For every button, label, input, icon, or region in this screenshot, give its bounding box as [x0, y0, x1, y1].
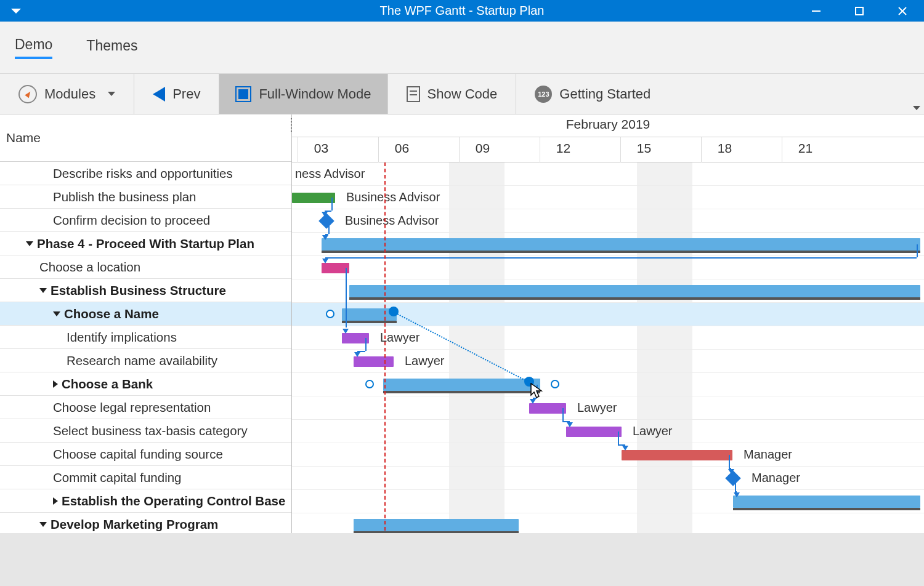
task-name: Identify implications — [67, 330, 177, 345]
gantt-row[interactable] — [292, 467, 924, 490]
summary-bar[interactable] — [733, 496, 920, 508]
task-row[interactable]: Develop Marketing Program — [0, 513, 291, 533]
link-handle-icon[interactable] — [326, 310, 334, 318]
task-name: Phase 4 - Proceed With Startup Plan — [37, 236, 254, 251]
modules-label: Modules — [44, 86, 95, 102]
current-time-line — [384, 163, 386, 533]
task-row[interactable]: Choose a location — [0, 255, 291, 279]
expand-icon[interactable] — [53, 497, 58, 505]
link-handle-icon[interactable] — [551, 380, 559, 388]
dependency-line — [735, 478, 736, 491]
collapse-icon[interactable] — [53, 311, 60, 316]
svg-rect-1 — [856, 7, 863, 15]
gantt-area[interactable]: ness AdvisorBusiness AdvisorBusiness Adv… — [292, 163, 924, 533]
task-name: Choose a Name — [64, 307, 159, 321]
task-row[interactable]: Establish the Operating Control Base — [0, 489, 291, 513]
dependency-line — [618, 431, 619, 444]
task-bar[interactable] — [529, 403, 566, 414]
day-label: 03 — [298, 137, 344, 163]
task-row[interactable]: Choose a Bank — [0, 372, 291, 396]
task-name: Establish the Operating Control Base — [62, 494, 285, 508]
task-name: Develop Marketing Program — [51, 517, 218, 532]
full-window-button[interactable]: Full-Window Mode — [219, 74, 387, 114]
resource-label: Lawyer — [633, 424, 672, 438]
chevron-down-icon — [108, 92, 115, 96]
resource-label: Lawyer — [405, 354, 444, 368]
task-bar[interactable] — [622, 450, 732, 460]
task-row[interactable]: Confirm decision to proceed — [0, 209, 291, 232]
resource-label: Lawyer — [380, 331, 419, 345]
dependency-arrow-icon — [322, 212, 328, 217]
resource-label: Manager — [744, 448, 792, 462]
main-area: Name Describe risks and opportunitiesPub… — [0, 114, 924, 533]
full-window-label: Full-Window Mode — [259, 86, 371, 102]
resource-label: Business Advisor — [345, 214, 439, 228]
show-code-button[interactable]: Show Code — [397, 74, 508, 114]
timeline-header: February 2019 03060912151821 — [292, 114, 924, 163]
summary-bar[interactable] — [322, 238, 920, 251]
day-label: 09 — [459, 137, 506, 163]
expand-icon[interactable] — [53, 380, 58, 388]
task-row[interactable]: Choose legal representation — [0, 396, 291, 419]
collapse-icon[interactable] — [39, 522, 47, 527]
task-row[interactable]: Choose a Name — [0, 302, 291, 326]
maximize-button[interactable] — [838, 0, 881, 22]
task-row[interactable]: Choose capital funding source — [0, 443, 291, 466]
dependency-arrow-icon — [322, 259, 328, 263]
task-row[interactable]: Identify implications — [0, 326, 291, 349]
summary-bar[interactable] — [354, 519, 519, 531]
summary-bar[interactable] — [383, 379, 540, 391]
gantt-row[interactable] — [292, 443, 924, 467]
minimize-button[interactable] — [795, 0, 838, 22]
dependency-line — [729, 455, 730, 468]
collapse-icon[interactable] — [26, 241, 33, 246]
dependency-arrow-icon — [567, 422, 573, 427]
task-bar[interactable] — [354, 356, 394, 367]
resource-label: ness Advisor — [295, 167, 365, 181]
toolbar-overflow-icon[interactable] — [913, 106, 920, 110]
task-bar[interactable] — [292, 193, 335, 203]
gantt-row[interactable] — [292, 163, 924, 186]
task-name: Publish the business plan — [53, 190, 197, 204]
dependency-arrow-icon — [354, 352, 360, 357]
prev-button[interactable]: Prev — [143, 74, 210, 114]
task-row[interactable]: Establish Business Structure — [0, 279, 291, 302]
tab-demo[interactable]: Demo — [15, 36, 52, 59]
modules-dropdown[interactable]: Modules — [9, 74, 125, 114]
task-name: Describe risks and opportunities — [53, 166, 233, 181]
task-bar[interactable] — [566, 427, 622, 437]
fullscreen-icon — [235, 86, 251, 102]
close-button[interactable] — [881, 0, 924, 22]
gantt-chart[interactable]: February 2019 03060912151821 ness Adviso… — [292, 114, 924, 533]
task-row[interactable]: Phase 4 - Proceed With Startup Plan — [0, 232, 291, 255]
task-grid: Name Describe risks and opportunitiesPub… — [0, 114, 292, 533]
day-label: 06 — [378, 137, 425, 163]
collapse-icon[interactable] — [39, 288, 47, 293]
dependency-line — [562, 408, 564, 421]
dependency-line — [328, 221, 330, 234]
getting-started-button[interactable]: 123 Getting Started — [525, 74, 660, 114]
dependency-arrow-icon — [322, 235, 328, 240]
title-bar: The WPF Gantt - Startup Plan — [0, 0, 924, 22]
month-label: February 2019 — [292, 114, 924, 137]
task-row[interactable]: Commit capital funding — [0, 466, 291, 489]
task-row[interactable]: Describe risks and opportunities — [0, 162, 291, 185]
summary-bar[interactable] — [349, 285, 920, 297]
day-label: 15 — [620, 137, 667, 163]
dependency-line — [331, 198, 333, 211]
link-handle-icon[interactable] — [365, 380, 374, 388]
name-column-header[interactable]: Name — [0, 114, 291, 162]
task-name: Establish Business Structure — [51, 283, 226, 298]
task-name: Choose a location — [39, 260, 140, 275]
task-row[interactable]: Research name availability — [0, 349, 291, 372]
gantt-row[interactable] — [292, 256, 924, 279]
tab-themes[interactable]: Themes — [86, 38, 137, 58]
dependency-line — [917, 244, 918, 257]
window-controls — [795, 0, 924, 22]
task-row[interactable]: Publish the business plan — [0, 185, 291, 209]
task-row[interactable]: Select business tax-basis category — [0, 419, 291, 443]
dependency-line — [346, 268, 347, 327]
task-tree: Describe risks and opportunitiesPublish … — [0, 162, 291, 533]
resource-label: Business Advisor — [346, 190, 440, 204]
task-name: Research name availability — [67, 353, 217, 368]
